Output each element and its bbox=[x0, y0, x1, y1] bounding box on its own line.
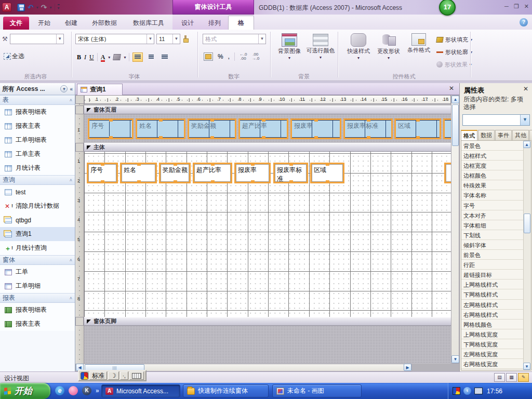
property-row[interactable]: 下网格线样式 bbox=[461, 289, 531, 299]
property-row[interactable]: 文本对齐 bbox=[461, 210, 531, 220]
nav-menu-dropdown-icon[interactable]: ▼ bbox=[60, 85, 68, 92]
chevron-up-icon[interactable]: ˄ bbox=[70, 296, 72, 301]
property-row[interactable]: 下网格线宽度 bbox=[461, 339, 531, 349]
header-label-4[interactable]: 超产比率 bbox=[238, 118, 288, 139]
quicklaunch-overflow-icon[interactable]: » bbox=[96, 387, 99, 394]
section-selector-box[interactable] bbox=[75, 143, 84, 152]
number-format-combo[interactable]: 格式▼ bbox=[203, 34, 266, 44]
property-row[interactable]: 上网格线宽度 bbox=[461, 329, 531, 339]
property-row[interactable]: 边框宽度 bbox=[461, 161, 531, 170]
background-image-button[interactable]: 背景图像 ▾ bbox=[274, 33, 304, 60]
header-label-7[interactable]: 区域 bbox=[394, 118, 441, 139]
scroll-down-icon[interactable]: ▼ bbox=[451, 355, 459, 363]
nav-item[interactable]: 查询1 bbox=[0, 227, 75, 241]
property-row[interactable]: 网格线颜色 bbox=[461, 320, 531, 329]
task-button[interactable]: 未命名 - 画图 bbox=[272, 384, 362, 397]
shape-outline-button[interactable]: 形状轮廓▾ bbox=[436, 47, 472, 57]
scrollbar-thumb[interactable] bbox=[524, 214, 530, 233]
scroll-up-icon[interactable]: ▲ bbox=[451, 96, 459, 103]
selection-handle[interactable] bbox=[416, 118, 420, 122]
start-button[interactable]: 开始 bbox=[0, 383, 50, 399]
chevron-down-icon[interactable]: ▼ bbox=[56, 34, 63, 44]
selection-handle[interactable] bbox=[367, 136, 370, 139]
nav-item[interactable]: 月统计表 bbox=[0, 161, 75, 175]
nav-item[interactable]: 报表明细表 bbox=[0, 303, 75, 317]
selection-handle[interactable] bbox=[159, 118, 163, 122]
close-button[interactable]: ✕ bbox=[524, 3, 529, 10]
ime-logo-icon[interactable] bbox=[81, 372, 88, 380]
property-row[interactable]: 右网格线宽度 bbox=[461, 359, 531, 369]
help-icon[interactable]: ? bbox=[520, 18, 528, 26]
task-button[interactable]: 快速制作连续窗体 bbox=[183, 384, 269, 397]
bold-button[interactable]: B bbox=[77, 54, 81, 61]
font-color-button[interactable]: A bbox=[101, 54, 105, 61]
property-row[interactable]: 字体粗细 bbox=[461, 220, 531, 230]
undo-icon[interactable]: ↶ bbox=[28, 4, 34, 11]
underline-button[interactable]: U bbox=[89, 54, 94, 61]
fill-color-icon[interactable] bbox=[113, 54, 122, 60]
scrollbar-thumb[interactable] bbox=[452, 104, 459, 146]
property-tab-item[interactable]: 全部 bbox=[529, 130, 532, 140]
property-row[interactable]: 下划线 bbox=[461, 230, 531, 240]
nav-section-header[interactable]: 窗体˄ bbox=[0, 255, 75, 265]
property-row[interactable]: 行距 bbox=[461, 260, 531, 270]
selection-handle[interactable] bbox=[416, 136, 420, 139]
property-row[interactable]: 上网格线样式 bbox=[461, 280, 531, 289]
tab-file[interactable]: 文件 bbox=[3, 17, 29, 30]
minimize-button[interactable]: ─ bbox=[504, 3, 509, 10]
align-left-button[interactable] bbox=[132, 52, 143, 62]
chevron-down-icon[interactable]: ▼ bbox=[520, 115, 529, 125]
select-all-button[interactable]: 全选 bbox=[2, 51, 26, 61]
property-row[interactable]: 字号 bbox=[461, 201, 531, 210]
nav-item[interactable]: 工单明细 bbox=[0, 279, 75, 293]
property-tab-item[interactable]: 事件 bbox=[495, 130, 512, 140]
selection-handle[interactable] bbox=[314, 136, 318, 139]
header-label-3[interactable]: 奖励金额 bbox=[188, 118, 236, 139]
property-row[interactable]: 左网格线样式 bbox=[461, 300, 531, 310]
font-name-combo[interactable]: 宋体 (主体)▼ bbox=[75, 34, 154, 44]
nav-item[interactable]: 工单 bbox=[0, 265, 75, 279]
header-label-6[interactable]: 报废率标准 bbox=[343, 118, 393, 139]
format-painter-icon[interactable] bbox=[182, 35, 189, 43]
property-scrollbar[interactable]: ▲ ▼ bbox=[523, 141, 531, 370]
property-row[interactable]: 倾斜字体 bbox=[461, 240, 531, 250]
header-label-partial[interactable] bbox=[443, 118, 451, 139]
nav-section-header[interactable]: 表˄ bbox=[0, 95, 75, 105]
chevron-down-icon[interactable]: ▾ bbox=[124, 55, 126, 60]
selection-handle[interactable] bbox=[109, 136, 113, 139]
property-row[interactable]: 字体名称 bbox=[461, 190, 531, 200]
restore-button[interactable]: ❐ bbox=[514, 3, 519, 10]
section-selector-box[interactable] bbox=[75, 105, 84, 114]
document-tab-query1[interactable]: 查询1 bbox=[77, 84, 123, 95]
nav-item[interactable]: 报表主表 bbox=[0, 119, 75, 133]
selection-handle[interactable] bbox=[367, 118, 370, 122]
selection-handle[interactable] bbox=[210, 136, 214, 139]
tab-format-active[interactable]: 格式 bbox=[228, 16, 254, 30]
property-object-combo[interactable]: ▼ bbox=[462, 114, 530, 126]
detail-section-grid[interactable] bbox=[84, 152, 451, 317]
customize-qat-icon[interactable]: ▾ bbox=[58, 4, 60, 10]
access-app-icon[interactable]: A bbox=[2, 3, 11, 12]
section-selector-box[interactable] bbox=[75, 317, 84, 326]
property-row[interactable]: 边框颜色 bbox=[461, 170, 531, 180]
property-tab-active[interactable]: 格式 bbox=[461, 130, 477, 140]
property-row[interactable]: 前景色 bbox=[461, 250, 531, 260]
nav-item[interactable]: ✕清除月统计数据 bbox=[0, 199, 75, 213]
form-view-button[interactable]: ▤ bbox=[494, 373, 505, 382]
quicklaunch-k-icon[interactable]: K bbox=[82, 386, 91, 395]
nav-item[interactable]: 工单主表 bbox=[0, 147, 75, 161]
header-label-5[interactable]: 报废率 bbox=[290, 118, 341, 139]
italic-button[interactable]: I bbox=[84, 54, 86, 61]
tray-collapse-icon[interactable]: ‹ bbox=[463, 387, 471, 395]
chevron-up-icon[interactable]: ˄ bbox=[70, 98, 72, 103]
tab-database-tools[interactable]: 数据库工具 bbox=[126, 17, 171, 30]
selection-handle[interactable] bbox=[109, 118, 113, 122]
quick-styles-button[interactable]: 快速样式 ▾ bbox=[344, 33, 373, 60]
chevron-down-icon[interactable]: ▼ bbox=[172, 34, 180, 44]
chevron-down-icon[interactable]: ▾ bbox=[108, 55, 110, 60]
tray-ime-icon[interactable] bbox=[453, 387, 460, 395]
nav-section-header[interactable]: 报表˄ bbox=[0, 293, 75, 303]
vertical-scrollbar[interactable]: ▲ ▼ bbox=[451, 95, 459, 364]
property-tab-item[interactable]: 其他 bbox=[512, 130, 529, 140]
redo-icon[interactable]: ↷ bbox=[41, 4, 47, 11]
